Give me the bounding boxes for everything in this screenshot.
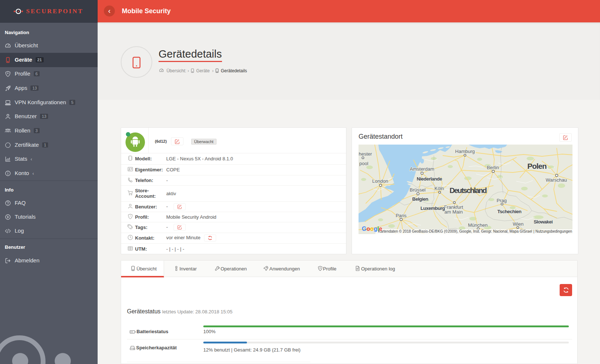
svg-text:Brüssel: Brüssel (410, 187, 425, 193)
svg-text:o: o (370, 226, 374, 232)
svg-text:Wien: Wien (513, 221, 524, 227)
svg-text:o: o (367, 226, 370, 232)
svg-text:e: e (379, 226, 382, 232)
svg-text:chester: chester (359, 151, 372, 157)
svg-text:pool: pool (359, 161, 368, 166)
svg-text:Belgien: Belgien (412, 196, 428, 202)
svg-text:Prag: Prag (497, 198, 506, 203)
svg-text:Paris: Paris (396, 213, 407, 218)
svg-text:Slowakei: Slowakei (534, 219, 553, 225)
svg-text:| Nutzungsbedingungen: | Nutzungsbedingungen (534, 229, 572, 233)
svg-text:Kartendaten © 2018 GeoBasis-DE: Kartendaten © 2018 GeoBasis-DE/BKG (©200… (378, 229, 532, 233)
svg-text:Hamburg: Hamburg (455, 149, 474, 154)
svg-text:g: g (374, 226, 377, 232)
svg-text:Deutschland: Deutschland (450, 186, 487, 194)
svg-text:London: London (372, 178, 388, 184)
svg-text:Luxemburg: Luxemburg (421, 205, 445, 211)
svg-text:am Main: am Main (444, 209, 463, 215)
svg-text:München: München (468, 222, 487, 228)
svg-text:Berlin: Berlin (487, 165, 499, 170)
svg-text:Polen: Polen (527, 162, 546, 170)
svg-text:Amsterdam: Amsterdam (410, 166, 434, 172)
svg-text:Niederlande: Niederlande (417, 176, 442, 182)
svg-text:Köln: Köln (434, 186, 444, 191)
svg-text:Warschau: Warschau (546, 177, 567, 183)
svg-text:G: G (362, 226, 366, 232)
svg-text:Tschechien: Tschechien (497, 209, 521, 214)
